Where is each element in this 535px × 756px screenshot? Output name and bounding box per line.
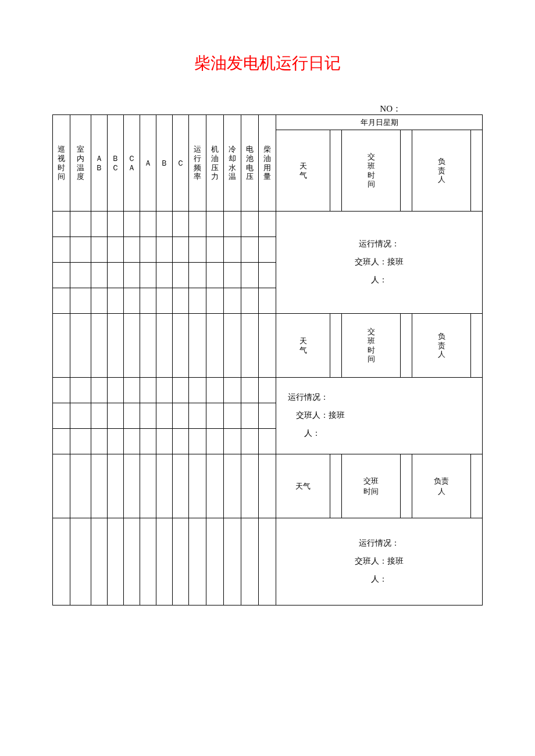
- table-cell[interactable]: [241, 454, 259, 518]
- table-cell[interactable]: [156, 212, 173, 237]
- table-cell[interactable]: [140, 314, 156, 378]
- table-cell[interactable]: [108, 314, 124, 378]
- shift-3-notes[interactable]: 运行情况： 交班人：接班 人：: [276, 518, 483, 605]
- table-cell[interactable]: [108, 263, 124, 288]
- table-cell[interactable]: [224, 518, 241, 605]
- table-cell[interactable]: [108, 212, 124, 237]
- table-cell[interactable]: [241, 212, 259, 237]
- header-weather-3-val[interactable]: [330, 454, 342, 518]
- table-cell[interactable]: [173, 314, 189, 378]
- table-cell[interactable]: [259, 212, 276, 237]
- header-shift-time-1-val[interactable]: [401, 130, 412, 212]
- table-cell[interactable]: [70, 237, 91, 263]
- header-supervisor-3-val[interactable]: [471, 454, 483, 518]
- table-cell[interactable]: [70, 403, 91, 429]
- table-cell[interactable]: [173, 212, 189, 237]
- table-cell[interactable]: [259, 263, 276, 288]
- table-cell[interactable]: [241, 403, 259, 429]
- table-cell[interactable]: [173, 403, 189, 429]
- table-cell[interactable]: [173, 518, 189, 605]
- table-cell[interactable]: [241, 518, 259, 605]
- table-cell[interactable]: [241, 429, 259, 454]
- table-cell[interactable]: [241, 288, 259, 314]
- table-cell[interactable]: [206, 314, 224, 378]
- table-cell[interactable]: [53, 454, 70, 518]
- table-cell[interactable]: [189, 454, 206, 518]
- table-cell[interactable]: [70, 314, 91, 378]
- table-cell[interactable]: [140, 288, 156, 314]
- table-cell[interactable]: [224, 237, 241, 263]
- table-cell[interactable]: [124, 314, 140, 378]
- table-cell[interactable]: [206, 403, 224, 429]
- table-cell[interactable]: [70, 429, 91, 454]
- table-cell[interactable]: [53, 212, 70, 237]
- table-cell[interactable]: [224, 212, 241, 237]
- table-cell[interactable]: [156, 454, 173, 518]
- table-cell[interactable]: [91, 288, 108, 314]
- table-cell[interactable]: [108, 237, 124, 263]
- table-cell[interactable]: [140, 263, 156, 288]
- table-cell[interactable]: [156, 378, 173, 403]
- table-cell[interactable]: [140, 237, 156, 263]
- table-cell[interactable]: [124, 518, 140, 605]
- table-cell[interactable]: [108, 378, 124, 403]
- table-cell[interactable]: [241, 378, 259, 403]
- header-shift-time-2-val[interactable]: [401, 314, 412, 378]
- table-cell[interactable]: [140, 429, 156, 454]
- table-cell[interactable]: [206, 263, 224, 288]
- table-cell[interactable]: [241, 237, 259, 263]
- table-cell[interactable]: [189, 288, 206, 314]
- table-cell[interactable]: [124, 263, 140, 288]
- table-cell[interactable]: [108, 518, 124, 605]
- header-supervisor-2-val[interactable]: [471, 314, 483, 378]
- table-cell[interactable]: [189, 403, 206, 429]
- table-cell[interactable]: [53, 403, 70, 429]
- table-cell[interactable]: [259, 237, 276, 263]
- table-cell[interactable]: [91, 378, 108, 403]
- table-cell[interactable]: [206, 288, 224, 314]
- table-cell[interactable]: [140, 378, 156, 403]
- shift-1-notes[interactable]: 运行情况： 交班人：接班 人：: [276, 212, 483, 314]
- table-cell[interactable]: [91, 454, 108, 518]
- header-weather-2-val[interactable]: [330, 314, 342, 378]
- table-cell[interactable]: [224, 378, 241, 403]
- table-cell[interactable]: [70, 454, 91, 518]
- table-cell[interactable]: [259, 288, 276, 314]
- table-cell[interactable]: [259, 403, 276, 429]
- table-cell[interactable]: [140, 454, 156, 518]
- table-cell[interactable]: [224, 314, 241, 378]
- table-cell[interactable]: [206, 454, 224, 518]
- table-cell[interactable]: [108, 288, 124, 314]
- table-cell[interactable]: [91, 314, 108, 378]
- table-cell[interactable]: [189, 518, 206, 605]
- table-cell[interactable]: [173, 237, 189, 263]
- table-cell[interactable]: [53, 314, 70, 378]
- table-cell[interactable]: [173, 454, 189, 518]
- table-cell[interactable]: [140, 403, 156, 429]
- table-cell[interactable]: [140, 518, 156, 605]
- table-cell[interactable]: [108, 403, 124, 429]
- table-cell[interactable]: [70, 212, 91, 237]
- table-cell[interactable]: [173, 288, 189, 314]
- table-cell[interactable]: [206, 518, 224, 605]
- table-cell[interactable]: [108, 429, 124, 454]
- table-cell[interactable]: [206, 378, 224, 403]
- table-cell[interactable]: [156, 263, 173, 288]
- table-cell[interactable]: [156, 403, 173, 429]
- header-shift-time-3-val[interactable]: [401, 454, 412, 518]
- table-cell[interactable]: [124, 429, 140, 454]
- table-cell[interactable]: [124, 212, 140, 237]
- table-cell[interactable]: [140, 212, 156, 237]
- table-cell[interactable]: [91, 518, 108, 605]
- header-weather-1-val[interactable]: [330, 130, 342, 212]
- table-cell[interactable]: [189, 263, 206, 288]
- table-cell[interactable]: [91, 429, 108, 454]
- table-cell[interactable]: [70, 518, 91, 605]
- table-cell[interactable]: [189, 212, 206, 237]
- table-cell[interactable]: [189, 378, 206, 403]
- table-cell[interactable]: [259, 314, 276, 378]
- table-cell[interactable]: [156, 237, 173, 263]
- table-cell[interactable]: [241, 314, 259, 378]
- table-cell[interactable]: [156, 314, 173, 378]
- table-cell[interactable]: [156, 288, 173, 314]
